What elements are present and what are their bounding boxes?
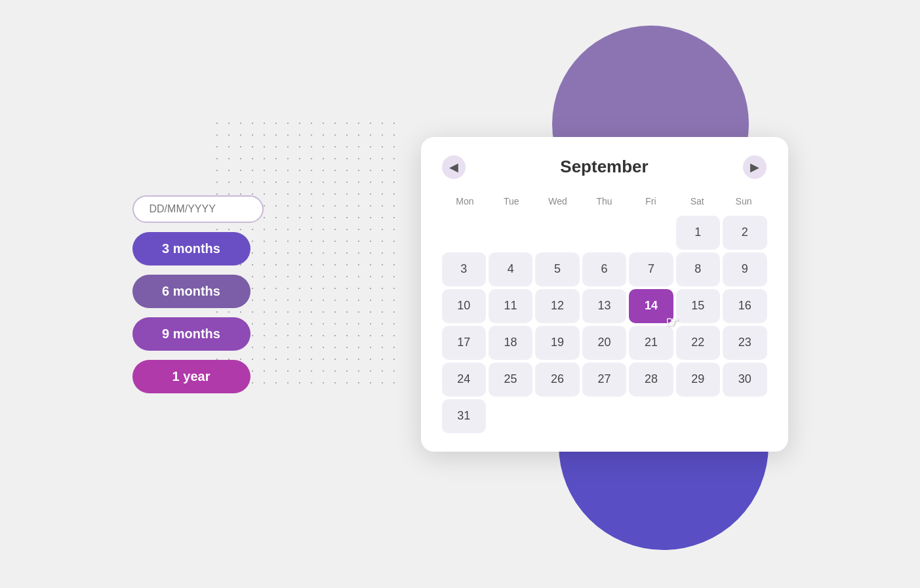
weekday-tue: Tue <box>488 192 534 210</box>
day-cell-20[interactable]: 20 <box>582 326 626 360</box>
day-cell-empty <box>582 399 626 433</box>
day-cell-14[interactable]: 14☞ <box>629 289 673 323</box>
day-cell-17[interactable]: 17 <box>442 326 486 360</box>
preset-3-months-button[interactable]: 3 months <box>132 232 250 265</box>
next-month-button[interactable]: ▶ <box>743 155 767 179</box>
day-cell-27[interactable]: 27 <box>582 363 626 397</box>
day-cell-empty <box>535 399 579 433</box>
days-grid: 1234567891011121314☞15161718192021222324… <box>442 216 767 433</box>
day-cell-8[interactable]: 8 <box>676 252 720 286</box>
day-cell-empty <box>442 216 486 250</box>
calendar-header: ◀ September ▶ <box>442 155 767 179</box>
day-cell-30[interactable]: 30 <box>723 363 767 397</box>
day-cell-4[interactable]: 4 <box>489 252 532 286</box>
day-cell-empty <box>723 399 767 433</box>
day-cell-13[interactable]: 13 <box>582 289 626 323</box>
day-cell-31[interactable]: 31 <box>442 399 486 433</box>
weekday-wed: Wed <box>534 192 581 210</box>
day-cell-2[interactable]: 2 <box>723 216 767 250</box>
day-cell-empty <box>582 216 626 250</box>
day-cell-empty <box>489 399 532 433</box>
weekday-thu: Thu <box>581 192 628 210</box>
day-cell-19[interactable]: 19 <box>535 326 579 360</box>
weekday-fri: Fri <box>628 192 674 210</box>
scene: 3 months 6 months 9 months 1 year ◀ Sept… <box>132 65 788 524</box>
day-cell-9[interactable]: 9 <box>723 252 767 286</box>
left-panel: 3 months 6 months 9 months 1 year <box>132 195 264 393</box>
day-cell-empty <box>629 399 673 433</box>
day-cell-5[interactable]: 5 <box>535 252 579 286</box>
weekday-headers: Mon Tue Wed Thu Fri Sat Sun <box>442 192 767 210</box>
month-title: September <box>560 157 648 177</box>
day-cell-28[interactable]: 28 <box>629 363 673 397</box>
date-input[interactable] <box>132 195 264 223</box>
calendar-card: ◀ September ▶ Mon Tue Wed Thu Fri Sat Su… <box>421 137 788 452</box>
prev-month-button[interactable]: ◀ <box>442 155 466 179</box>
day-cell-18[interactable]: 18 <box>489 326 532 360</box>
preset-9-months-button[interactable]: 9 months <box>132 317 250 351</box>
day-cell-3[interactable]: 3 <box>442 252 486 286</box>
day-cell-16[interactable]: 16 <box>723 289 767 323</box>
weekday-sat: Sat <box>674 192 721 210</box>
day-cell-24[interactable]: 24 <box>442 363 486 397</box>
day-cell-empty <box>535 216 579 250</box>
day-cell-empty <box>489 216 532 250</box>
preset-6-months-button[interactable]: 6 months <box>132 275 250 308</box>
preset-1-year-button[interactable]: 1 year <box>132 360 250 393</box>
pointer-cursor-icon: ☞ <box>666 314 679 331</box>
day-cell-15[interactable]: 15 <box>676 289 720 323</box>
day-cell-empty <box>629 216 673 250</box>
day-cell-25[interactable]: 25 <box>489 363 532 397</box>
weekday-sun: Sun <box>721 192 767 210</box>
day-cell-26[interactable]: 26 <box>535 363 579 397</box>
day-cell-1[interactable]: 1 <box>676 216 720 250</box>
day-cell-10[interactable]: 10 <box>442 289 486 323</box>
day-cell-empty <box>676 399 720 433</box>
day-cell-7[interactable]: 7 <box>629 252 673 286</box>
day-cell-12[interactable]: 12 <box>535 289 579 323</box>
day-cell-22[interactable]: 22 <box>676 326 720 360</box>
day-cell-23[interactable]: 23 <box>723 326 767 360</box>
day-cell-11[interactable]: 11 <box>489 289 532 323</box>
day-cell-6[interactable]: 6 <box>582 252 626 286</box>
day-cell-29[interactable]: 29 <box>676 363 720 397</box>
weekday-mon: Mon <box>442 192 489 210</box>
